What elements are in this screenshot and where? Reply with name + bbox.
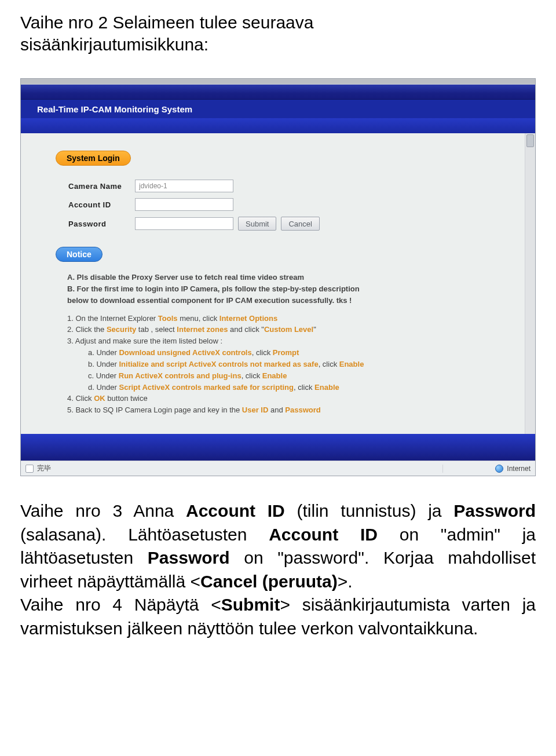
notice-step-3a: a. Under Download unsigned ActiveX contr… [88,348,512,359]
camera-name-row: Camera Name [68,180,512,192]
system-login-pill: System Login [56,151,131,166]
notice-step-1: 1. On the Internet Explorer Tools menu, … [67,313,512,324]
notice-step-3c: c. Under Run ActiveX controls and plug-i… [88,371,512,382]
password-label: Password [68,220,135,228]
browser-window: Real-Time IP-CAM Monitoring System Syste… [20,78,536,476]
camera-name-label: Camera Name [68,182,135,191]
page-title-text: Real-Time IP-CAM Monitoring System [37,104,192,114]
cancel-button[interactable]: Cancel [281,217,319,231]
doc-heading: Vaihe nro 2 Selaimeen tulee seuraava sis… [20,12,536,55]
password-row: Password Submit Cancel [68,217,512,231]
notice-step-3d: d. Under Script ActiveX controls marked … [88,382,512,393]
notice-b2: below to download essential component fo… [67,295,512,306]
footer-banner [21,434,535,461]
page-title-bar: Real-Time IP-CAM Monitoring System [21,100,535,118]
status-icon [25,465,34,473]
doc-body: Vaihe nro 3 Anna Account ID (tilin tunni… [20,499,536,640]
account-id-row: Account ID [68,198,512,211]
statusbar: 完毕 Internet [21,461,535,476]
heading-line-1: Vaihe nro 2 Selaimeen tulee seuraava [20,13,313,32]
internet-zone-icon [495,465,503,473]
notice-step-4: 4. Click OK button twice [67,393,512,404]
notice-step-2: 2. Click the Security tab , select Inter… [67,324,512,335]
banner-top [21,85,535,100]
status-left-text: 完毕 [37,463,51,473]
notice-step-3: 3. Adjust and make sure the item listed … [67,336,512,347]
notice-step-5: 5. Back to SQ IP Camera Login page and k… [67,405,512,416]
camera-name-input[interactable] [135,180,233,192]
account-id-label: Account ID [68,200,135,209]
titlebar [21,79,535,85]
submit-button[interactable]: Submit [238,217,276,231]
account-id-input[interactable] [135,198,233,211]
scrollbar-thumb[interactable] [526,134,534,147]
password-input[interactable] [135,217,233,230]
banner-sub [21,118,535,133]
notice-step-3b: b. Under Initialize and script ActiveX c… [88,359,512,370]
status-right-text: Internet [507,465,531,473]
heading-line-2: sisäänkirjautumisikkuna: [20,35,209,54]
scrollbar-track[interactable] [525,133,535,434]
content-area: System Login Camera Name Account ID Pass… [21,133,535,434]
notice-pill: Notice [56,247,103,262]
notice-a: A. Pls disable the Proxy Server use to f… [67,272,512,283]
notice-text: A. Pls disable the Proxy Server use to f… [67,272,512,416]
notice-b1: B. For the first ime to login into IP Ca… [67,284,512,295]
